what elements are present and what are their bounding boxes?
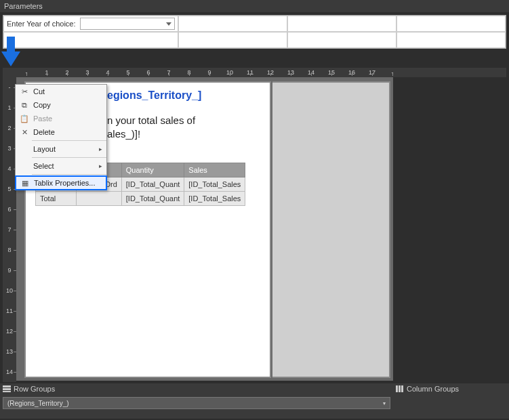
ruler-tick: 8 xyxy=(3,240,16,260)
row-groups-icon xyxy=(3,385,11,392)
copy-icon: ⧉ xyxy=(18,100,30,110)
paste-icon: 📋 xyxy=(18,113,30,124)
ruler-tick: 6 xyxy=(3,199,16,219)
dropdown-arrow-icon[interactable]: ▾ xyxy=(383,400,386,406)
svg-rect-2 xyxy=(3,391,11,392)
parameters-row-1: Enter Year of choice: xyxy=(3,16,506,32)
parameter-cell: Enter Year of choice: xyxy=(3,16,178,32)
ruler-tick: 13 xyxy=(281,69,301,76)
menu-label: Tablix Properties... xyxy=(31,179,102,187)
table-cell[interactable]: [ID_Total_Sales xyxy=(184,177,245,192)
table-header-cell[interactable]: Quantity xyxy=(121,163,184,177)
ruler-tick: 1 xyxy=(3,98,16,118)
delete-icon: ✕ xyxy=(18,127,30,138)
menu-separator xyxy=(32,174,106,175)
ruler-tick: - xyxy=(3,77,16,98)
parameter-empty-cell xyxy=(287,16,396,32)
ruler-tick: 2 xyxy=(3,118,16,138)
ruler-tick: 9 xyxy=(3,260,16,280)
menu-tablix-properties[interactable]: ▦ Tablix Properties... xyxy=(15,175,107,190)
ruler-tick: 5 xyxy=(3,179,16,199)
ruler-tick: 7 xyxy=(3,219,16,240)
row-groups-panel: (Regions_Territory_) ▾ xyxy=(0,394,393,419)
parameters-title: Parameters xyxy=(4,2,43,10)
parameter-empty-cell xyxy=(3,32,178,48)
annotation-arrow-down-icon xyxy=(1,37,20,66)
ruler-tick: 16 xyxy=(342,69,362,76)
ruler-tick: 12 xyxy=(3,321,16,341)
subtitle-line: n your total sales of xyxy=(107,114,195,126)
ruler-tick: 12 xyxy=(260,69,281,76)
row-groups-header: Row Groups xyxy=(0,383,393,394)
page-margin-area xyxy=(272,81,390,378)
menu-cut[interactable]: ✂ Cut xyxy=(16,85,106,98)
menu-label: Layout xyxy=(30,145,99,153)
blank-icon xyxy=(18,144,30,154)
parameter-empty-cell xyxy=(178,32,287,48)
parameter-empty-cell xyxy=(178,16,287,32)
menu-label: Paste xyxy=(30,114,102,123)
ruler-corner xyxy=(3,68,16,77)
ruler-tick: 2 xyxy=(57,69,77,76)
ruler-tick: 5 xyxy=(118,69,138,76)
menu-label: Delete xyxy=(30,128,102,136)
ruler-tick: 14 xyxy=(3,362,16,382)
ruler-tick: - xyxy=(16,69,37,76)
menu-separator xyxy=(32,140,106,141)
svg-rect-5 xyxy=(401,385,403,392)
ruler-tick: 6 xyxy=(138,69,159,76)
parameter-label: Enter Year of choice: xyxy=(7,20,76,28)
ruler-tick: - xyxy=(382,69,403,76)
menu-label: Select xyxy=(30,162,99,170)
table-cell[interactable]: [ID_Total_Sales xyxy=(184,192,245,206)
ruler-tick: 3 xyxy=(3,138,16,159)
table-cell[interactable]: Total xyxy=(36,192,77,206)
parameter-empty-cell xyxy=(287,32,396,48)
table-row[interactable]: Total [ID_Total_Quant [ID_Total_Sales xyxy=(36,192,245,206)
ruler-tick: 8 xyxy=(179,69,199,76)
menu-label: Copy xyxy=(30,101,102,109)
menu-paste: 📋 Paste xyxy=(16,112,106,125)
table-header-cell[interactable]: Sales xyxy=(184,163,245,177)
ruler-tick: 7 xyxy=(159,69,179,76)
vertical-ruler: - 1 2 3 4 5 6 7 8 9 10 11 12 13 14 xyxy=(3,77,16,382)
ruler-tick: 3 xyxy=(77,69,98,76)
ruler-tick: 11 xyxy=(3,301,16,321)
ruler-tick: 17 xyxy=(362,69,382,76)
blank-icon xyxy=(18,161,30,171)
parameters-row-2 xyxy=(3,32,506,48)
ruler-tick: 10 xyxy=(220,69,240,76)
parameter-year-dropdown[interactable] xyxy=(80,18,175,30)
menu-delete[interactable]: ✕ Delete xyxy=(16,125,106,139)
svg-rect-3 xyxy=(396,385,398,392)
svg-rect-4 xyxy=(399,385,401,392)
row-group-label: (Regions_Territory_) xyxy=(7,400,69,407)
parameters-panel-header: Parameters xyxy=(0,0,509,12)
menu-select[interactable]: Select xyxy=(16,159,106,173)
column-groups-title: Column Groups xyxy=(407,385,459,393)
table-cell[interactable]: [ID_Total_Quant xyxy=(121,192,184,206)
svg-rect-1 xyxy=(3,388,11,390)
row-groups-title: Row Groups xyxy=(14,385,55,393)
row-group-item[interactable]: (Regions_Territory_) ▾ xyxy=(3,397,390,409)
table-cell[interactable]: [ID_Total_Quant xyxy=(121,177,184,192)
menu-copy[interactable]: ⧉ Copy xyxy=(16,98,106,112)
ruler-tick: 10 xyxy=(3,280,16,301)
context-menu: ✂ Cut ⧉ Copy 📋 Paste ✕ Delete Layout Sel… xyxy=(15,84,107,190)
properties-icon: ▦ xyxy=(19,177,31,188)
column-groups-header: Column Groups xyxy=(393,383,509,394)
svg-rect-0 xyxy=(3,385,11,387)
subtitle-line: ales_)]! xyxy=(107,128,140,140)
scissors-icon: ✂ xyxy=(18,86,30,97)
ruler-tick: 11 xyxy=(240,69,260,76)
table-cell[interactable] xyxy=(77,192,122,206)
parameters-panel-body: Enter Year of choice: xyxy=(3,15,506,49)
ruler-tick: 1 xyxy=(37,69,57,76)
parameter-empty-cell xyxy=(396,16,506,32)
menu-layout[interactable]: Layout xyxy=(16,142,106,156)
column-groups-panel xyxy=(393,394,509,419)
ruler-tick: 4 xyxy=(3,159,16,179)
menu-label: Cut xyxy=(30,87,102,96)
ruler-tick: 15 xyxy=(321,69,342,76)
groups-bar: Row Groups Column Groups xyxy=(0,383,509,394)
